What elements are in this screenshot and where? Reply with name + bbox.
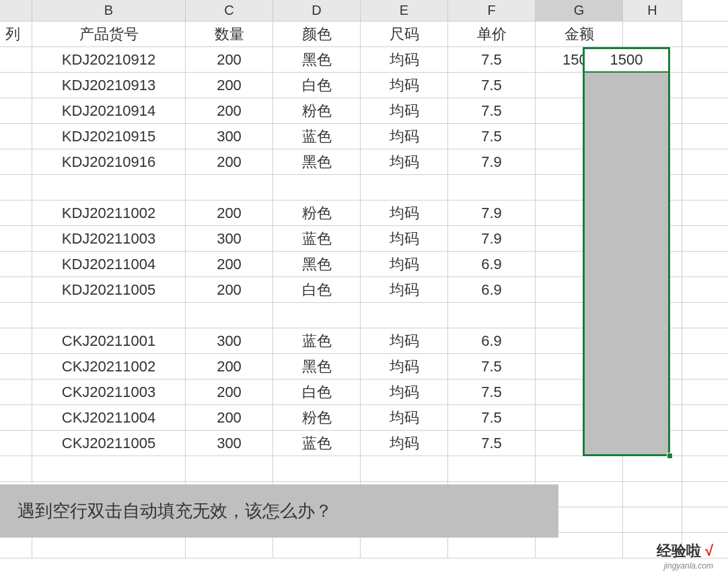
cell[interactable]: 白色 [273, 277, 361, 302]
cell[interactable]: 6.9 [448, 328, 536, 353]
cell[interactable]: CKJ20211002 [32, 354, 186, 379]
cell[interactable]: 均码 [361, 252, 448, 277]
cell[interactable]: 粉色 [273, 98, 361, 123]
cell[interactable]: CKJ20211004 [32, 405, 186, 430]
cell[interactable]: KDJ20211004 [32, 252, 186, 277]
cell[interactable] [623, 226, 682, 251]
cell[interactable] [536, 124, 623, 149]
cell[interactable] [0, 431, 32, 456]
cell[interactable]: KDJ20211002 [32, 201, 186, 225]
cell[interactable] [0, 379, 32, 404]
cell[interactable]: 200 [186, 405, 273, 430]
header-cell[interactable]: 金额 [536, 22, 623, 46]
cell[interactable] [186, 456, 273, 481]
cell[interactable]: CKJ20211005 [32, 431, 186, 456]
cell[interactable]: 200 [186, 201, 273, 225]
cell[interactable] [0, 98, 32, 123]
cell[interactable] [536, 303, 623, 328]
cell[interactable]: 蓝色 [273, 124, 361, 149]
cell[interactable] [273, 175, 361, 200]
cell[interactable]: 白色 [273, 73, 361, 98]
header-cell[interactable]: 产品货号 [32, 22, 186, 46]
cell[interactable] [0, 277, 32, 302]
cell[interactable] [0, 175, 32, 200]
cell[interactable]: 7.5 [448, 73, 536, 98]
cell[interactable]: 200 [186, 149, 273, 174]
header-cell[interactable]: 数量 [186, 22, 273, 46]
cell[interactable]: 粉色 [273, 405, 361, 430]
cell[interactable]: 均码 [361, 354, 448, 379]
cell[interactable]: 300 [186, 124, 273, 149]
cell[interactable] [448, 456, 536, 481]
cell[interactable]: KDJ20210912 [32, 47, 186, 72]
column-header-F[interactable]: F [448, 0, 536, 21]
cell[interactable]: 7.9 [448, 201, 536, 225]
cell[interactable]: 均码 [361, 98, 448, 123]
cell[interactable]: 黑色 [273, 354, 361, 379]
cell[interactable] [0, 456, 32, 481]
column-header-B[interactable]: B [32, 0, 186, 21]
cell[interactable] [536, 252, 623, 277]
cell[interactable] [623, 149, 682, 174]
cell[interactable]: 7.5 [448, 47, 536, 72]
cell[interactable] [623, 507, 682, 532]
cell[interactable]: 7.5 [448, 405, 536, 430]
cell[interactable] [536, 226, 623, 251]
cell[interactable]: 300 [186, 431, 273, 456]
cell[interactable] [448, 175, 536, 200]
cell[interactable]: 7.9 [448, 226, 536, 251]
cell[interactable] [623, 303, 682, 328]
cell[interactable] [536, 201, 623, 225]
cell[interactable] [0, 226, 32, 251]
cell[interactable]: 200 [186, 277, 273, 302]
cell[interactable]: 粉色 [273, 201, 361, 225]
cell[interactable] [0, 149, 32, 174]
cell[interactable]: 均码 [361, 328, 448, 353]
cell[interactable]: 均码 [361, 277, 448, 302]
cell[interactable] [361, 303, 448, 328]
cell[interactable] [536, 98, 623, 123]
cell[interactable] [0, 303, 32, 328]
cell[interactable]: 白色 [273, 379, 361, 404]
cell[interactable] [448, 303, 536, 328]
cell[interactable] [536, 431, 623, 456]
cell[interactable] [623, 379, 682, 404]
cell[interactable] [536, 175, 623, 200]
partial-cell[interactable]: 列 [0, 22, 32, 46]
cell[interactable]: 200 [186, 354, 273, 379]
cell[interactable]: 均码 [361, 73, 448, 98]
cell[interactable]: 200 [186, 47, 273, 72]
column-header-row[interactable] [0, 0, 32, 21]
cell[interactable]: KDJ20210913 [32, 73, 186, 98]
cell[interactable]: 均码 [361, 431, 448, 456]
column-header-C[interactable]: C [186, 0, 273, 21]
cell[interactable]: 7.5 [448, 379, 536, 404]
cell[interactable] [361, 456, 448, 481]
cell[interactable] [623, 405, 682, 430]
cell[interactable] [623, 354, 682, 379]
cell[interactable]: 蓝色 [273, 328, 361, 353]
cell[interactable]: 6.9 [448, 252, 536, 277]
cell[interactable] [186, 303, 273, 328]
cell[interactable] [0, 354, 32, 379]
cell[interactable]: CKJ20211003 [32, 379, 186, 404]
column-header-D[interactable]: D [273, 0, 361, 21]
cell[interactable] [536, 456, 623, 481]
cell[interactable] [536, 277, 623, 302]
column-header-G[interactable]: G [536, 0, 623, 21]
cell[interactable] [0, 201, 32, 225]
cell[interactable] [623, 22, 682, 46]
column-header-H[interactable]: H [623, 0, 682, 21]
cell[interactable]: 均码 [361, 47, 448, 72]
cell[interactable]: 蓝色 [273, 431, 361, 456]
cell[interactable] [623, 47, 682, 72]
cell[interactable]: 6.9 [448, 277, 536, 302]
cell[interactable] [536, 379, 623, 404]
cell[interactable]: 7.5 [448, 431, 536, 456]
cell[interactable] [32, 175, 186, 200]
cell[interactable]: 均码 [361, 226, 448, 251]
cell[interactable] [186, 175, 273, 200]
cell[interactable] [623, 175, 682, 200]
cell[interactable] [623, 456, 682, 481]
spreadsheet-grid[interactable]: BCDEFGH 列产品货号数量颜色尺码单价金额KDJ20210912200黑色均… [0, 0, 728, 558]
